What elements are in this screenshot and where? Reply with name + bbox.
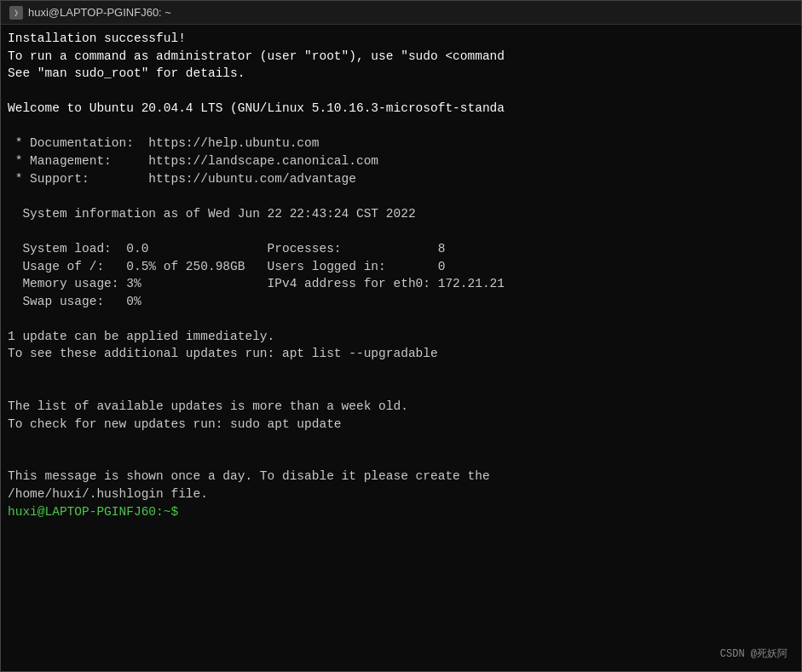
title-bar: ❯ huxi@LAPTOP-PGINFJ60: ~ <box>1 1 801 25</box>
terminal-body[interactable]: Installation successful! To run a comman… <box>1 25 801 671</box>
watermark: CSDN @死妖阿 <box>720 646 788 661</box>
title-bar-text: huxi@LAPTOP-PGINFJ60: ~ <box>28 6 171 19</box>
terminal-window: ❯ huxi@LAPTOP-PGINFJ60: ~ Installation s… <box>0 0 802 672</box>
terminal-output: Installation successful! To run a comman… <box>8 30 794 520</box>
terminal-icon: ❯ <box>9 6 23 20</box>
